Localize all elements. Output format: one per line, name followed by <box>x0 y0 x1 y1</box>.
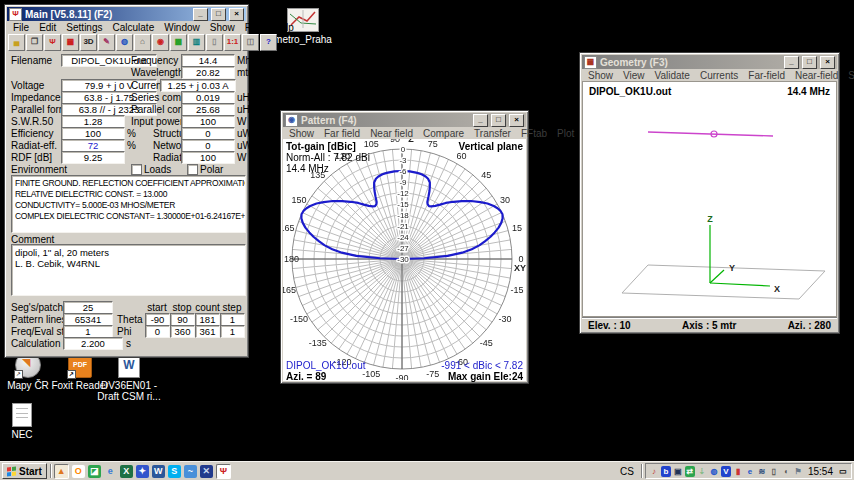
network-icon[interactable]: ◍ <box>709 466 719 477</box>
save-icon[interactable]: ▯ <box>206 34 223 51</box>
open-file-icon[interactable]: ▄ <box>8 34 25 51</box>
sync-icon[interactable]: ⇄ <box>685 466 695 477</box>
taskbar-clock[interactable]: 15:54 <box>805 466 836 477</box>
volume-muted-icon[interactable]: ♪ <box>649 466 659 477</box>
menu-item[interactable]: Near-field <box>790 70 843 81</box>
desktop-icon-nec[interactable]: NEC <box>2 403 42 440</box>
desktop-icon-label: NEC <box>2 429 42 440</box>
antenna-icon[interactable]: Ψ <box>44 34 61 51</box>
menu-item[interactable]: Show <box>284 128 319 139</box>
maximize-button[interactable]: □ <box>802 56 817 69</box>
menu-item[interactable]: Show <box>205 22 240 33</box>
alert-icon[interactable]: ▮ <box>733 466 743 477</box>
geometry-view[interactable]: DIPOL_OK1U.out 14.4 MHz Z Y X <box>582 81 837 317</box>
menu-item[interactable]: Compare <box>418 128 469 139</box>
environment-text[interactable]: FINITE GROUND. REFLECTION COEFFICIENT AP… <box>11 175 246 233</box>
photo-app-icon[interactable]: ▲ <box>54 464 69 479</box>
menu-item[interactable]: Calculate <box>108 22 160 33</box>
menu-item[interactable]: Validate <box>650 70 695 81</box>
menu-item[interactable]: FFtab <box>516 128 552 139</box>
ie-tray-icon[interactable]: e <box>745 466 755 477</box>
phi-start-field[interactable]: 0 <box>145 325 170 338</box>
sweep-header-stop: stop <box>170 302 194 313</box>
battery-icon[interactable]: ▯ <box>769 466 779 477</box>
efficiency-unit: % <box>127 128 136 139</box>
menu-item[interactable]: Edit <box>34 22 61 33</box>
main-window-titlebar[interactable]: Ψ Main [V5.8.11] (F2) _ □ × <box>7 7 246 21</box>
close-button[interactable]: × <box>229 8 244 21</box>
polar-pattern-chart[interactable] <box>283 139 526 380</box>
x-axis-label: X <box>774 284 780 294</box>
excel-icon[interactable]: X <box>120 465 133 478</box>
far-field-icon[interactable]: ◉ <box>152 34 169 51</box>
menu-item[interactable]: Segm. <box>843 70 854 81</box>
word-icon[interactable]: W <box>152 465 165 478</box>
menu-item[interactable]: View <box>618 70 650 81</box>
radiat-power-field: 100 <box>181 151 235 164</box>
minimize-button[interactable]: _ <box>473 114 488 127</box>
display-settings-icon[interactable]: ▣ <box>673 466 683 477</box>
edit-icon[interactable]: ✎ <box>98 34 115 51</box>
close-button[interactable]: × <box>820 56 835 69</box>
remote-desktop-icon[interactable]: ✕ <box>200 465 213 478</box>
menu-item[interactable]: Plot <box>552 128 579 139</box>
polar-checkbox[interactable] <box>187 164 198 175</box>
bluetooth-icon[interactable]: b <box>661 466 671 477</box>
pattern-file-label: DIPOL_OK1U.out <box>286 360 365 371</box>
menu-item[interactable]: Far-field <box>743 70 790 81</box>
save-tool-icon[interactable]: ✦ <box>136 465 149 478</box>
update-icon[interactable]: ⇣ <box>697 466 707 477</box>
copy-window-icon[interactable]: ❐ <box>26 34 43 51</box>
menu-item[interactable]: Help <box>268 22 299 33</box>
shield-icon[interactable]: V <box>721 466 731 477</box>
flag-icon[interactable]: ⚑ <box>793 466 803 477</box>
speaker-icon[interactable]: ◖ <box>781 466 791 477</box>
menu-item[interactable]: Settings <box>61 22 107 33</box>
menu-item[interactable]: Window <box>159 22 205 33</box>
menu-item[interactable]: Near field <box>365 128 418 139</box>
desktop-icon-dv36en01[interactable]: W DV36EN01 - Draft CSM ri... <box>96 352 162 402</box>
colors-icon[interactable]: ▩ <box>170 34 187 51</box>
windows-logo-icon <box>7 466 16 476</box>
pattern-window-titlebar[interactable]: ◉ Pattern (F4) _ □ × <box>283 113 526 127</box>
phi-count-field[interactable]: 361 <box>195 325 220 338</box>
menu-item[interactable]: Show <box>583 70 618 81</box>
maximize-button[interactable]: □ <box>491 114 506 127</box>
comment-text[interactable]: dipoli, 1'' al, 20 meters L. B. Cebik, W… <box>11 244 246 296</box>
one-to-one-icon[interactable]: 1:1 <box>224 34 241 51</box>
book-icon[interactable]: ◫ <box>242 34 259 51</box>
opera-icon[interactable]: O <box>72 465 85 478</box>
help-icon[interactable]: ? <box>260 34 277 51</box>
menu-item[interactable]: File <box>8 22 34 33</box>
phi-step-field[interactable]: 1 <box>220 325 245 338</box>
green-app-icon[interactable]: ◪ <box>88 465 101 478</box>
language-indicator[interactable]: CS <box>616 466 638 477</box>
menu-item[interactable]: Far field <box>319 128 365 139</box>
maximize-button[interactable]: □ <box>211 8 226 21</box>
taskbar: Start ▲O◪eX✦WS~✕Ψ CS ♪b▣⇄⇣◍V▮e≋▯◖⚑ 15:54… <box>0 461 854 480</box>
home-icon[interactable]: ⌂ <box>134 34 151 51</box>
4nec2-icon[interactable]: Ψ <box>216 464 231 479</box>
minimize-button[interactable]: _ <box>193 8 208 21</box>
rdf-label: RDF [dB] <box>11 152 52 163</box>
start-button[interactable]: Start <box>2 463 47 479</box>
menu-item[interactable]: Currents <box>695 70 743 81</box>
menu-item[interactable]: Transfer <box>469 128 516 139</box>
skype-icon[interactable]: S <box>168 465 181 478</box>
loads-checkbox[interactable] <box>131 164 142 175</box>
geometry-edit-icon[interactable]: ▦ <box>62 34 79 51</box>
rdf-field: 9.25 <box>61 151 125 164</box>
internet-explorer-icon[interactable]: e <box>104 465 117 478</box>
messenger-icon[interactable]: ~ <box>184 465 197 478</box>
close-button[interactable]: × <box>509 114 524 127</box>
environment-label: Environment <box>11 164 67 175</box>
minimize-button[interactable]: _ <box>784 56 799 69</box>
wifi-icon[interactable]: ≋ <box>757 466 767 477</box>
display-icon[interactable]: ▭ <box>838 466 848 477</box>
phi-stop-field[interactable]: 360 <box>170 325 195 338</box>
menu-item[interactable]: Run <box>240 22 268 33</box>
globe-icon[interactable]: ◍ <box>116 34 133 51</box>
table-icon[interactable]: ▥ <box>188 34 205 51</box>
geometry-window-titlebar[interactable]: ▦ Geometry (F3) _ □ × <box>582 55 837 69</box>
view-3d-icon[interactable]: 3D <box>80 34 97 51</box>
